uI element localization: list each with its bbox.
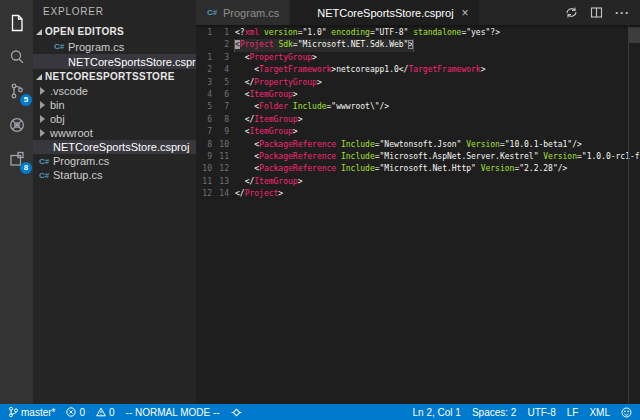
twistie-open-icon <box>36 74 42 80</box>
tree-item-obj[interactable]: obj <box>33 112 196 126</box>
split-editor-icon <box>590 6 603 19</box>
close-icon[interactable]: × <box>462 7 469 19</box>
more-actions-button[interactable]: ··· <box>615 6 630 20</box>
open-editor-Program.cs[interactable]: C#Program.cs <box>33 39 196 54</box>
code-line-7[interactable]: 57 <Folder Include="wwwroot\"/> <box>196 101 640 113</box>
code-line-10[interactable]: 810 <PackageReference Include="Newtonsof… <box>196 139 640 151</box>
gutter: 24 <box>196 64 229 76</box>
code-line-3[interactable]: 13 <PropertyGroup> <box>196 52 640 64</box>
code-text: </ItemGroup> <box>229 176 640 188</box>
scrollbar-track <box>628 25 629 404</box>
status-language-mode[interactable]: XML <box>589 407 610 418</box>
activity-bar: 58 <box>0 0 33 404</box>
current-line-highlight: <Project Sdk="Microsoft.NET.Sdk.Web"> <box>235 39 413 51</box>
line-number: 6 <box>212 89 229 101</box>
item-label: .vscode <box>50 85 88 97</box>
code-editor[interactable]: 11<?xml version="1.0" encoding="UTF-8" s… <box>196 25 640 404</box>
code-line-8[interactable]: 68 </ItemGroup> <box>196 114 640 126</box>
status-feedback[interactable] <box>621 407 632 418</box>
csharp-file-icon: C# <box>38 157 50 166</box>
code-text: <PackageReference Include="Microsoft.Net… <box>229 163 640 175</box>
chevron-right-icon <box>40 87 45 95</box>
relative-line-number: 4 <box>196 89 212 101</box>
tree-item-Program.cs[interactable]: C#Program.cs <box>33 154 196 168</box>
matching-bracket-highlight: > <box>408 40 413 49</box>
tree-item-Startup.cs[interactable]: C#Startup.cs <box>33 168 196 182</box>
status-indentation[interactable]: Spaces: 2 <box>472 407 516 418</box>
status-encoding[interactable]: UTF-8 <box>527 407 555 418</box>
item-label: NETCoreSportsStore.csproj <box>53 141 189 153</box>
relative-line-number: 12 <box>196 188 212 200</box>
code-line-5[interactable]: 35 </PropertyGroup> <box>196 77 640 89</box>
relative-line-number: 1 <box>196 27 212 39</box>
relative-line-number: 8 <box>196 139 212 151</box>
line-number: 14 <box>212 188 229 200</box>
status-eol[interactable]: LF <box>567 407 579 418</box>
relative-line-number: 3 <box>196 77 212 89</box>
section-header-open-editors[interactable]: OPEN EDITORS <box>33 24 196 39</box>
status-sync-indicator[interactable] <box>231 407 242 418</box>
gutter: 810 <box>196 139 229 151</box>
tree-item-.vscode[interactable]: .vscode <box>33 84 196 98</box>
workbench: 58 EXPLORER OPEN EDITORSC#Program.csNETC… <box>0 0 640 404</box>
status-label: Spaces: 2 <box>472 407 516 418</box>
section-header-tree[interactable]: NETCORESPORTSSTORE <box>33 69 196 84</box>
split-editor-button[interactable] <box>590 6 603 19</box>
code-line-1[interactable]: 11<?xml version="1.0" encoding="UTF-8" s… <box>196 27 640 39</box>
chevron-right-icon <box>40 101 45 109</box>
status-error-count[interactable]: 0 <box>66 407 85 418</box>
chevron-right-icon <box>40 129 45 137</box>
activity-item-search[interactable] <box>0 40 33 74</box>
scrollbar-thumb[interactable] <box>629 27 640 43</box>
activity-item-source-control[interactable]: 5 <box>0 74 33 108</box>
code-line-11[interactable]: 911 <PackageReference Include="Microsoft… <box>196 151 640 163</box>
tree-item-bin[interactable]: bin <box>33 98 196 112</box>
tab-NETCoreSportsStore.csproj[interactable]: NETCoreSportsStore.csproj× <box>290 0 479 25</box>
section-header-label: OPEN EDITORS <box>45 26 124 37</box>
code-text: <PackageReference Include="Newtonsoft.Js… <box>229 139 640 151</box>
code-line-14[interactable]: 1214</Project> <box>196 188 640 200</box>
relative-line-number: 9 <box>196 151 212 163</box>
activity-item-explorer[interactable] <box>0 6 33 40</box>
code-line-13[interactable]: 1113 </ItemGroup> <box>196 176 640 188</box>
tab-Program.cs[interactable]: C#Program.cs <box>196 0 290 25</box>
code-line-6[interactable]: 46 <ItemGroup> <box>196 89 640 101</box>
tree-item-NETCoreSportsStore.csproj[interactable]: NETCoreSportsStore.csproj <box>33 140 196 154</box>
tab-bar: C#Program.csNETCoreSportsStore.csproj×··… <box>196 0 640 25</box>
open-changes-icon <box>565 6 578 19</box>
tree-item-wwwroot[interactable]: wwwroot <box>33 126 196 140</box>
status-git-branch-status[interactable]: master* <box>8 406 55 418</box>
code-line-4[interactable]: 24 <TargetFramework>netcoreapp1.0</Targe… <box>196 64 640 76</box>
csharp-file-icon: C# <box>38 171 50 180</box>
activity-item-debug[interactable] <box>0 108 33 142</box>
code-line-12[interactable]: 1012 <PackageReference Include="Microsof… <box>196 163 640 175</box>
status-warning-count[interactable]: 0 <box>96 407 115 418</box>
code-text: </ItemGroup> <box>229 114 640 126</box>
activity-item-extensions[interactable]: 8 <box>0 142 33 176</box>
code-text: <?xml version="1.0" encoding="UTF-8" sta… <box>229 27 640 39</box>
open-editor-NETCoreSportsStore.csproj[interactable]: NETCoreSportsStore.csproj <box>33 54 196 69</box>
open-changes-button[interactable] <box>565 6 578 19</box>
status-label: UTF-8 <box>527 407 555 418</box>
status-label: 0 <box>79 407 85 418</box>
sync-icon <box>231 407 242 418</box>
editor-group: C#Program.csNETCoreSportsStore.csproj×··… <box>196 0 640 404</box>
status-cursor-position[interactable]: Ln 2, Col 1 <box>413 407 461 418</box>
gutter: 46 <box>196 89 229 101</box>
warning-icon <box>96 407 106 417</box>
relative-line-number: 6 <box>196 114 212 126</box>
code-line-2[interactable]: 2<Project Sdk="Microsoft.NET.Sdk.Web"> <box>196 39 640 51</box>
gutter: 79 <box>196 126 229 138</box>
gutter: 911 <box>196 151 229 163</box>
gutter: 2 <box>196 39 229 51</box>
line-number: 7 <box>212 101 229 113</box>
section-header-label: NETCORESPORTSSTORE <box>45 71 175 82</box>
line-number: 12 <box>212 163 229 175</box>
item-label: Program.cs <box>53 155 109 167</box>
relative-line-number: 5 <box>196 101 212 113</box>
gutter: 57 <box>196 101 229 113</box>
code-line-9[interactable]: 79 <ItemGroup> <box>196 126 640 138</box>
gutter: 13 <box>196 52 229 64</box>
status-vim-mode[interactable]: -- NORMAL MODE -- <box>126 407 220 418</box>
line-number: 8 <box>212 114 229 126</box>
